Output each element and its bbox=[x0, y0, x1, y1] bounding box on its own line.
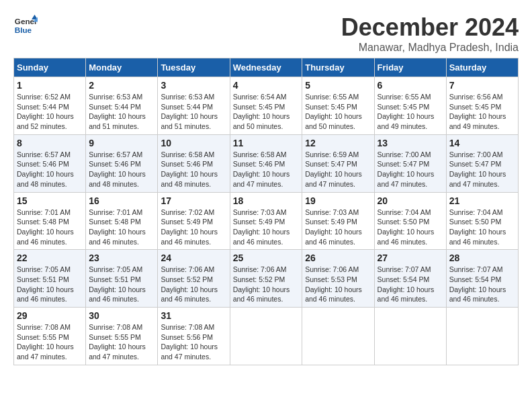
day-of-week-header: Wednesday bbox=[230, 58, 302, 77]
day-number: 12 bbox=[305, 138, 371, 148]
day-of-week-header: Sunday bbox=[14, 58, 86, 77]
calendar-header: SundayMondayTuesdayWednesdayThursdayFrid… bbox=[14, 58, 519, 77]
day-detail: Sunrise: 6:52 AM Sunset: 5:44 PM Dayligh… bbox=[17, 92, 83, 132]
day-of-week-header: Monday bbox=[86, 58, 158, 77]
day-detail: Sunrise: 7:06 AM Sunset: 5:53 PM Dayligh… bbox=[305, 265, 371, 304]
day-number: 30 bbox=[89, 310, 154, 321]
day-number: 14 bbox=[449, 138, 515, 148]
day-number: 19 bbox=[305, 195, 371, 206]
calendar-cell: 29Sunrise: 7:08 AM Sunset: 5:55 PM Dayli… bbox=[14, 308, 86, 365]
calendar-cell: 15Sunrise: 7:01 AM Sunset: 5:48 PM Dayli… bbox=[14, 192, 86, 250]
day-number: 2 bbox=[89, 80, 154, 91]
page-header: General Blue December 2024 Manawar, Madh… bbox=[13, 13, 519, 54]
calendar-cell: 23Sunrise: 7:05 AM Sunset: 5:51 PM Dayli… bbox=[86, 250, 158, 308]
calendar-cell: 5Sunrise: 6:55 AM Sunset: 5:45 PM Daylig… bbox=[302, 77, 374, 135]
calendar-cell: 4Sunrise: 6:54 AM Sunset: 5:45 PM Daylig… bbox=[230, 77, 302, 135]
day-detail: Sunrise: 7:06 AM Sunset: 5:52 PM Dayligh… bbox=[233, 265, 300, 304]
day-detail: Sunrise: 7:05 AM Sunset: 5:51 PM Dayligh… bbox=[17, 265, 83, 304]
calendar-cell: 25Sunrise: 7:06 AM Sunset: 5:52 PM Dayli… bbox=[230, 250, 302, 308]
day-number: 22 bbox=[17, 253, 83, 263]
calendar-body: 1Sunrise: 6:52 AM Sunset: 5:44 PM Daylig… bbox=[14, 77, 519, 365]
day-detail: Sunrise: 7:05 AM Sunset: 5:51 PM Dayligh… bbox=[89, 265, 154, 304]
day-detail: Sunrise: 7:08 AM Sunset: 5:56 PM Dayligh… bbox=[161, 322, 226, 362]
day-detail: Sunrise: 6:54 AM Sunset: 5:45 PM Dayligh… bbox=[233, 92, 300, 132]
day-of-week-header: Friday bbox=[374, 58, 446, 77]
day-number: 13 bbox=[378, 138, 443, 148]
day-detail: Sunrise: 6:58 AM Sunset: 5:46 PM Dayligh… bbox=[161, 150, 226, 189]
day-number: 26 bbox=[305, 253, 371, 263]
location-subtitle: Manawar, Madhya Pradesh, India bbox=[341, 42, 519, 54]
day-number: 6 bbox=[378, 80, 443, 91]
day-detail: Sunrise: 7:03 AM Sunset: 5:49 PM Dayligh… bbox=[305, 208, 371, 247]
calendar-cell: 7Sunrise: 6:56 AM Sunset: 5:45 PM Daylig… bbox=[446, 77, 518, 135]
calendar-cell: 14Sunrise: 7:00 AM Sunset: 5:47 PM Dayli… bbox=[446, 134, 518, 192]
day-detail: Sunrise: 7:06 AM Sunset: 5:52 PM Dayligh… bbox=[161, 265, 226, 304]
calendar-cell: 18Sunrise: 7:03 AM Sunset: 5:49 PM Dayli… bbox=[230, 192, 302, 250]
month-title: December 2024 bbox=[341, 13, 519, 42]
title-area: December 2024 Manawar, Madhya Pradesh, I… bbox=[341, 13, 519, 54]
day-number: 4 bbox=[233, 80, 300, 91]
day-number: 23 bbox=[89, 253, 154, 263]
calendar-row: 22Sunrise: 7:05 AM Sunset: 5:51 PM Dayli… bbox=[14, 250, 519, 308]
calendar-cell: 19Sunrise: 7:03 AM Sunset: 5:49 PM Dayli… bbox=[302, 192, 374, 250]
calendar-cell bbox=[230, 308, 302, 365]
day-of-week-header: Tuesday bbox=[158, 58, 230, 77]
calendar-row: 29Sunrise: 7:08 AM Sunset: 5:55 PM Dayli… bbox=[14, 308, 519, 365]
calendar-table: SundayMondayTuesdayWednesdayThursdayFrid… bbox=[13, 58, 519, 365]
calendar-cell: 27Sunrise: 7:07 AM Sunset: 5:54 PM Dayli… bbox=[374, 250, 446, 308]
calendar-row: 1Sunrise: 6:52 AM Sunset: 5:44 PM Daylig… bbox=[14, 77, 519, 135]
calendar-cell bbox=[446, 308, 518, 365]
day-number: 10 bbox=[161, 138, 226, 148]
calendar-cell: 22Sunrise: 7:05 AM Sunset: 5:51 PM Dayli… bbox=[14, 250, 86, 308]
calendar-cell bbox=[374, 308, 446, 365]
calendar-cell: 1Sunrise: 6:52 AM Sunset: 5:44 PM Daylig… bbox=[14, 77, 86, 135]
day-number: 1 bbox=[17, 80, 83, 91]
calendar-cell: 17Sunrise: 7:02 AM Sunset: 5:49 PM Dayli… bbox=[158, 192, 230, 250]
day-number: 9 bbox=[89, 138, 154, 148]
day-detail: Sunrise: 6:59 AM Sunset: 5:47 PM Dayligh… bbox=[305, 150, 371, 189]
day-number: 21 bbox=[449, 195, 515, 206]
logo: General Blue bbox=[13, 13, 38, 38]
day-number: 29 bbox=[17, 310, 83, 321]
day-number: 17 bbox=[161, 195, 226, 206]
day-detail: Sunrise: 6:57 AM Sunset: 5:46 PM Dayligh… bbox=[17, 150, 83, 189]
calendar-cell: 21Sunrise: 7:04 AM Sunset: 5:50 PM Dayli… bbox=[446, 192, 518, 250]
day-number: 7 bbox=[449, 80, 515, 91]
day-number: 25 bbox=[233, 253, 300, 263]
calendar-cell: 3Sunrise: 6:53 AM Sunset: 5:44 PM Daylig… bbox=[158, 77, 230, 135]
day-detail: Sunrise: 7:07 AM Sunset: 5:54 PM Dayligh… bbox=[449, 265, 515, 304]
day-number: 31 bbox=[161, 310, 226, 321]
day-detail: Sunrise: 7:08 AM Sunset: 5:55 PM Dayligh… bbox=[17, 322, 83, 362]
day-detail: Sunrise: 6:53 AM Sunset: 5:44 PM Dayligh… bbox=[89, 92, 154, 132]
calendar-cell: 31Sunrise: 7:08 AM Sunset: 5:56 PM Dayli… bbox=[158, 308, 230, 365]
calendar-cell: 13Sunrise: 7:00 AM Sunset: 5:47 PM Dayli… bbox=[374, 134, 446, 192]
day-number: 15 bbox=[17, 195, 83, 206]
calendar-cell: 28Sunrise: 7:07 AM Sunset: 5:54 PM Dayli… bbox=[446, 250, 518, 308]
svg-text:Blue: Blue bbox=[15, 26, 32, 34]
calendar-cell: 11Sunrise: 6:58 AM Sunset: 5:46 PM Dayli… bbox=[230, 134, 302, 192]
calendar-row: 8Sunrise: 6:57 AM Sunset: 5:46 PM Daylig… bbox=[14, 134, 519, 192]
day-number: 18 bbox=[233, 195, 300, 206]
day-number: 8 bbox=[17, 138, 83, 148]
day-detail: Sunrise: 7:04 AM Sunset: 5:50 PM Dayligh… bbox=[378, 208, 443, 247]
day-detail: Sunrise: 7:01 AM Sunset: 5:48 PM Dayligh… bbox=[17, 208, 83, 247]
calendar-cell: 16Sunrise: 7:01 AM Sunset: 5:48 PM Dayli… bbox=[86, 192, 158, 250]
day-detail: Sunrise: 6:58 AM Sunset: 5:46 PM Dayligh… bbox=[233, 150, 300, 189]
day-detail: Sunrise: 6:56 AM Sunset: 5:45 PM Dayligh… bbox=[449, 92, 515, 132]
day-detail: Sunrise: 6:57 AM Sunset: 5:46 PM Dayligh… bbox=[89, 150, 154, 189]
day-number: 11 bbox=[233, 138, 300, 148]
day-detail: Sunrise: 7:08 AM Sunset: 5:55 PM Dayligh… bbox=[89, 322, 154, 362]
calendar-cell: 9Sunrise: 6:57 AM Sunset: 5:46 PM Daylig… bbox=[86, 134, 158, 192]
day-detail: Sunrise: 7:00 AM Sunset: 5:47 PM Dayligh… bbox=[378, 150, 443, 189]
day-number: 27 bbox=[378, 253, 443, 263]
day-number: 3 bbox=[161, 80, 226, 91]
calendar-cell: 10Sunrise: 6:58 AM Sunset: 5:46 PM Dayli… bbox=[158, 134, 230, 192]
calendar-cell: 24Sunrise: 7:06 AM Sunset: 5:52 PM Dayli… bbox=[158, 250, 230, 308]
day-number: 28 bbox=[449, 253, 515, 263]
calendar-cell bbox=[302, 308, 374, 365]
calendar-cell: 26Sunrise: 7:06 AM Sunset: 5:53 PM Dayli… bbox=[302, 250, 374, 308]
day-detail: Sunrise: 7:07 AM Sunset: 5:54 PM Dayligh… bbox=[378, 265, 443, 304]
day-number: 20 bbox=[378, 195, 443, 206]
day-number: 24 bbox=[161, 253, 226, 263]
day-detail: Sunrise: 7:01 AM Sunset: 5:48 PM Dayligh… bbox=[89, 208, 154, 247]
